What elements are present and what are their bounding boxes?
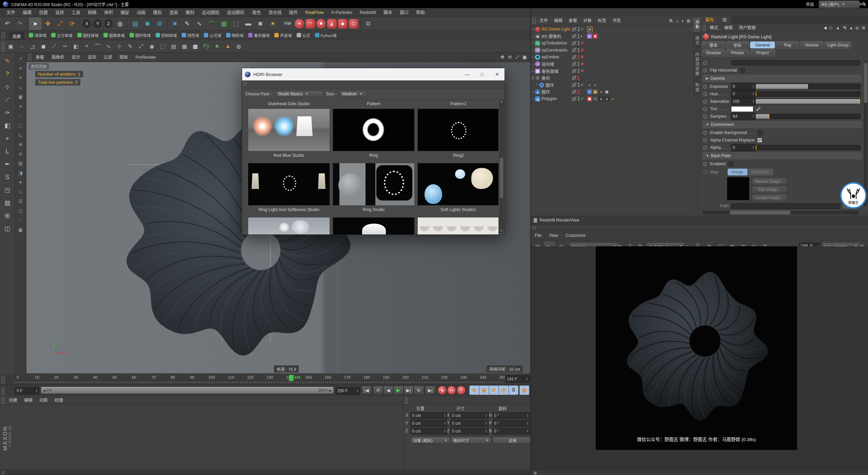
- wheel-tag-icon[interactable]: ✳: [587, 89, 592, 94]
- render-view-button[interactable]: ▤: [130, 18, 141, 30]
- slider-track[interactable]: [755, 114, 861, 119]
- attr-menu-编辑[interactable]: 编辑: [721, 23, 736, 32]
- plus-circle-button[interactable]: ⊕: [16, 140, 25, 149]
- points-button[interactable]: ∴: [16, 111, 25, 120]
- renderview-menu-Customize[interactable]: Customize: [562, 231, 589, 240]
- range-grip[interactable]: [1, 387, 5, 395]
- layer-box[interactable]: [572, 41, 577, 46]
- reset-psr-button[interactable]: ⬚: [158, 41, 168, 51]
- menu-插件[interactable]: 插件: [285, 8, 301, 17]
- sphere-field-button[interactable]: 球体域: [26, 31, 49, 39]
- value-spinner[interactable]: 0▲▼: [731, 90, 756, 98]
- backplate-thumbnail[interactable]: [727, 177, 749, 200]
- visibility-dots[interactable]: [578, 76, 579, 80]
- playhead[interactable]: [289, 375, 294, 381]
- hdri-thumb-Ring Studio[interactable]: [333, 163, 414, 205]
- sculpt-button[interactable]: S: [1, 171, 14, 183]
- hdri-thumb-partial-soft[interactable]: [248, 217, 330, 234]
- flip-tag-icon[interactable]: ⇄: [587, 26, 593, 32]
- timeline-grip[interactable]: [1, 376, 5, 384]
- menu-捕捉[interactable]: 捕捉: [117, 8, 133, 17]
- help-button[interactable]: ?: [1, 68, 14, 80]
- hdri-minimize-button[interactable]: —: [460, 68, 475, 80]
- materials-menu-编辑[interactable]: 编辑: [21, 396, 36, 405]
- checkbox[interactable]: [740, 68, 745, 73]
- zoom-icon[interactable]: ⤢: [515, 54, 519, 60]
- cone-field-button[interactable]: 圆锥体域: [101, 31, 127, 39]
- next-frame-button[interactable]: ▶|: [403, 386, 414, 395]
- current-frame-field[interactable]: 141 F▲▼: [505, 375, 530, 383]
- dot-tag-icon[interactable]: ●: [598, 89, 604, 94]
- go-start-button[interactable]: |◀: [361, 386, 372, 395]
- enabled-check-icon[interactable]: ✔: [580, 82, 585, 87]
- attr-tab-Photon[interactable]: Photon: [726, 49, 749, 56]
- hdri-grip[interactable]: [243, 81, 247, 86]
- linear-field-button[interactable]: 线性域: [179, 31, 202, 39]
- locate-image-button[interactable]: Locate Image...: [751, 194, 787, 202]
- enabled-check-icon[interactable]: ✔: [580, 96, 585, 101]
- sound-field-button[interactable]: 声音域: [272, 31, 294, 39]
- object-manager-grip[interactable]: [532, 17, 536, 24]
- hand-tag-icon[interactable]: ✦: [593, 96, 598, 101]
- home-button[interactable]: ⌂: [16, 187, 25, 196]
- menu-渲染[interactable]: 渲染: [165, 8, 182, 17]
- sketch-button[interactable]: ✎: [125, 41, 135, 51]
- layer-box[interactable]: [572, 96, 577, 101]
- volume-button[interactable]: ▦: [218, 18, 230, 30]
- knife-tool-button[interactable]: ⟋: [1, 94, 14, 106]
- panel-tab-属性[interactable]: 属性: [701, 16, 718, 24]
- filter-icon[interactable]: ◖: [681, 18, 684, 23]
- mirror-button[interactable]: ⌖: [82, 41, 92, 51]
- rs-camera-tag-tag-icon[interactable]: ◙: [593, 34, 598, 39]
- path-field[interactable]: [731, 203, 840, 209]
- renderview-menu-File[interactable]: File: [531, 231, 545, 240]
- measure-button[interactable]: ⤢: [136, 41, 146, 51]
- objects-menu-标签[interactable]: 标签: [595, 16, 609, 25]
- prev-key-button[interactable]: ↺: [373, 386, 383, 395]
- move-button[interactable]: ✥: [42, 18, 54, 30]
- attr-tab-Light Group[interactable]: Light Group: [824, 41, 851, 49]
- menu-运动跟踪[interactable]: 运动跟踪: [198, 8, 223, 17]
- checkbox[interactable]: [758, 130, 763, 135]
- coord-field-尺寸-Y[interactable]: 0 cm▲▼: [450, 420, 489, 427]
- spline-pen-button[interactable]: ∿: [103, 41, 114, 51]
- lock-icon[interactable]: 🔒︎: [850, 25, 852, 30]
- viewport-menu-摄像机[interactable]: 摄像机: [48, 53, 68, 62]
- rows-button[interactable]: ▤: [16, 159, 25, 168]
- object-row-xpTurbulence[interactable]: —∿xpTurbulence✘: [531, 40, 690, 46]
- rotation-toggle-button[interactable]: ⟳: [489, 385, 499, 395]
- apply-button[interactable]: 应用: [492, 437, 533, 444]
- expander-icon[interactable]: ⊟: [531, 75, 534, 80]
- edges-mode-button[interactable]: ◿: [27, 41, 38, 51]
- eyedropper-icon[interactable]: 🖉: [756, 106, 761, 112]
- spline-button[interactable]: ∿: [194, 18, 205, 30]
- dock-icon[interactable]: ▦: [534, 471, 537, 475]
- visibility-dots[interactable]: [578, 48, 579, 52]
- hdri-thumb-Red Blue Studio[interactable]: [248, 109, 330, 151]
- psr-button[interactable]: PSR: [282, 18, 294, 30]
- object-row-备份[interactable]: ⊟0备份: [531, 75, 690, 81]
- object-row-Polygon[interactable]: —◮Polygon✔⬢✦aa●: [531, 95, 690, 102]
- coord-field-位置-Y[interactable]: 0 cm▲▼: [410, 420, 448, 427]
- checker2-tag-icon[interactable]: ▩: [604, 89, 609, 94]
- menu-帮助[interactable]: 帮助: [412, 8, 429, 17]
- object-row-xpEmitter[interactable]: —✱xpEmitter✘: [531, 54, 690, 60]
- menu-文件[interactable]: 文件: [3, 8, 19, 17]
- menu-编辑[interactable]: 编辑: [19, 8, 35, 17]
- side-tab-场次[interactable]: 场次: [693, 33, 701, 48]
- objects-menu-查看[interactable]: 查看: [566, 16, 580, 25]
- objects-menu-编辑[interactable]: 编辑: [551, 16, 566, 25]
- cube-field-button[interactable]: 立方体域: [49, 31, 75, 39]
- toolbar-grip[interactable]: [1, 31, 5, 39]
- visibility-dots[interactable]: [578, 62, 579, 66]
- attr-tab-Ray[interactable]: Ray: [776, 41, 799, 49]
- star-button[interactable]: ✦: [16, 178, 25, 187]
- render-settings-button[interactable]: ⚙: [154, 18, 165, 30]
- viewport-grip[interactable]: [27, 53, 31, 61]
- layer-box[interactable]: [572, 34, 577, 39]
- rotate-button[interactable]: ⟳: [66, 18, 78, 30]
- fields-tab[interactable]: 组建: [9, 32, 24, 40]
- menu-模拟[interactable]: 模拟: [149, 8, 165, 17]
- square-button[interactable]: ◻: [16, 206, 25, 215]
- menu-网格[interactable]: 网格: [84, 8, 100, 17]
